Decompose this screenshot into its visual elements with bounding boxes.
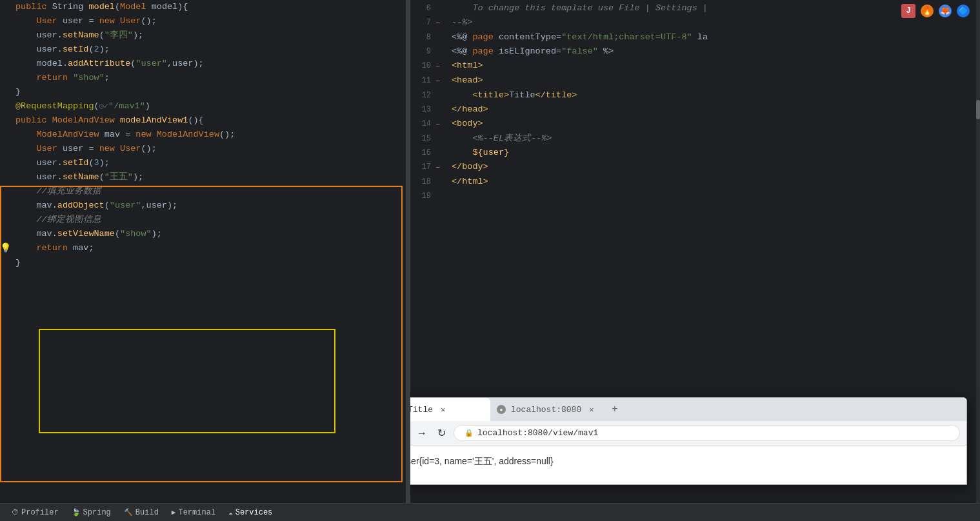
- code-line: 15 <%--EL表达式--%>: [410, 132, 980, 146]
- code-line: public String model(Model model){: [0, 0, 406, 14]
- toolbar-item-terminal[interactable]: ▶ Terminal: [165, 504, 222, 522]
- yellow-highlight-box: [39, 329, 335, 433]
- code-line: //填充业务数据: [0, 184, 406, 199]
- code-line: mav.setViewName("show");: [0, 227, 406, 241]
- tab2-label: localhost:8080: [511, 405, 581, 415]
- code-line: mav.addObject("user",user);: [0, 199, 406, 213]
- code-content: <body>: [449, 117, 980, 131]
- code-content: user.setName("李四");: [13, 28, 406, 43]
- browser-tab-title[interactable]: ● Title ✕: [410, 398, 490, 421]
- services-label: Services: [235, 508, 273, 517]
- code-content: mav.addObject("user",user);: [13, 199, 406, 213]
- line-num: 16: [410, 146, 436, 160]
- code-content: </head>: [449, 103, 980, 117]
- profiler-icon: ⏱: [12, 508, 19, 516]
- scroll-thumb[interactable]: [976, 100, 980, 119]
- line-num: 19: [410, 189, 436, 203]
- line-num: 15: [410, 132, 436, 146]
- tab2-close-button[interactable]: ✕: [586, 404, 596, 416]
- line-num: 7: [410, 15, 436, 30]
- code-content: }: [13, 256, 406, 270]
- new-tab-button[interactable]: +: [606, 404, 623, 415]
- code-line: user.setId(2);: [0, 43, 406, 57]
- browser-output: User{id=3, name='王五', address=null}: [410, 456, 554, 466]
- code-content: @RequestMapping(◎✓"/mav1"): [13, 99, 406, 113]
- code-content: //填充业务数据: [13, 184, 406, 199]
- code-line: user.setName("李四");: [0, 28, 406, 43]
- line-num: 10: [410, 59, 436, 73]
- gutter: —: [436, 59, 449, 74]
- code-content: <%--EL表达式--%>: [449, 132, 980, 146]
- code-content: return mav;: [13, 241, 406, 255]
- code-line: model.addAttribute("user",user);: [0, 57, 406, 71]
- code-content: //绑定视图信息: [13, 213, 406, 227]
- code-line: ModelAndView mav = new ModelAndView();: [0, 128, 406, 142]
- gutter: —: [436, 117, 449, 132]
- left-panel: public String model(Model model){ User u…: [0, 0, 406, 503]
- code-content: public ModelAndView modelAndView1(){: [13, 113, 406, 128]
- code-line: user.setId(3);: [0, 156, 406, 170]
- toolbar-item-build[interactable]: 🔨 Build: [117, 504, 165, 522]
- code-content: mav.setViewName("show");: [13, 227, 406, 241]
- code-content: <%@ page isELIgnored="false" %>: [449, 44, 980, 59]
- line-num: 8: [410, 30, 436, 44]
- code-line: //绑定视图信息: [0, 213, 406, 227]
- refresh-button[interactable]: ↻: [435, 426, 448, 440]
- browser-tab-localhost[interactable]: ● localhost:8080 ✕: [490, 398, 606, 421]
- code-content: ModelAndView mav = new ModelAndView();: [13, 128, 406, 142]
- code-line: 11 — <head>: [410, 74, 980, 88]
- code-content: <html>: [449, 59, 980, 73]
- code-line: 13 </head>: [410, 103, 980, 117]
- spring-icon: 🍃: [72, 508, 81, 516]
- code-line: 9 <%@ page isELIgnored="false" %>: [410, 44, 980, 59]
- scroll-indicator[interactable]: [976, 0, 980, 503]
- code-content: </body>: [449, 160, 980, 174]
- line-num: 6: [410, 1, 436, 15]
- browser-titlebar: ● Title ✕ ● localhost:8080 ✕ +: [410, 398, 966, 421]
- gutter: —: [436, 160, 449, 175]
- main-container: public String model(Model model){ User u…: [0, 0, 980, 503]
- code-line: }: [0, 85, 406, 99]
- services-icon: ☁: [228, 508, 233, 516]
- code-content: User user = new User();: [13, 142, 406, 156]
- line-num: 9: [410, 44, 436, 59]
- toolbar-item-services[interactable]: ☁ Services: [222, 504, 279, 522]
- gutter: 💡: [0, 241, 13, 256]
- code-content: return "show";: [13, 71, 406, 85]
- profiler-label: Profiler: [21, 508, 59, 517]
- code-line: 18 </html>: [410, 175, 980, 189]
- code-content: model.addAttribute("user",user);: [13, 57, 406, 71]
- browser-popup: ● Title ✕ ● localhost:8080 ✕ + ← → ↻ 🔒: [410, 397, 967, 485]
- tab1-close-button[interactable]: ✕: [438, 404, 448, 416]
- code-line: 19: [410, 189, 980, 203]
- code-content: user.setId(3);: [13, 156, 406, 170]
- line-num: 14: [410, 117, 436, 131]
- build-icon: 🔨: [124, 508, 133, 516]
- jsp-code-area: 6 To change this template use File | Set…: [410, 0, 980, 203]
- line-num: 11: [410, 74, 436, 88]
- toolbar-item-profiler[interactable]: ⏱ Profiler: [5, 504, 65, 522]
- code-line: 💡 return mav;: [0, 241, 406, 256]
- lock-icon: 🔒: [465, 429, 474, 437]
- code-content: ${user}: [449, 146, 980, 160]
- browser-content: User{id=3, name='王五', address=null}: [410, 446, 966, 484]
- code-line: 8 <%@ page contentType="text/html;charse…: [410, 30, 980, 44]
- code-line: }: [0, 256, 406, 270]
- build-label: Build: [135, 508, 159, 517]
- forward-button[interactable]: →: [414, 426, 430, 440]
- code-line: user.setName("王五");: [0, 170, 406, 184]
- line-num: 13: [410, 103, 436, 117]
- toolbar-item-spring[interactable]: 🍃 Spring: [65, 504, 117, 522]
- code-content: User user = new User();: [13, 14, 406, 28]
- code-line: 17 — </body>: [410, 160, 980, 175]
- tab2-favicon: ●: [497, 405, 506, 414]
- code-line: public ModelAndView modelAndView1(){: [0, 113, 406, 128]
- code-content: --%>: [449, 15, 980, 30]
- code-content: public String model(Model model){: [13, 0, 406, 14]
- terminal-icon: ▶: [172, 508, 176, 516]
- address-bar[interactable]: 🔒 localhost:8080/view/mav1: [454, 425, 960, 441]
- line-num: 17: [410, 160, 436, 174]
- code-line: 12 <title>Title</title>: [410, 88, 980, 103]
- code-line: User user = new User();: [0, 142, 406, 156]
- browser-toolbar: ← → ↻ 🔒 localhost:8080/view/mav1: [410, 421, 966, 446]
